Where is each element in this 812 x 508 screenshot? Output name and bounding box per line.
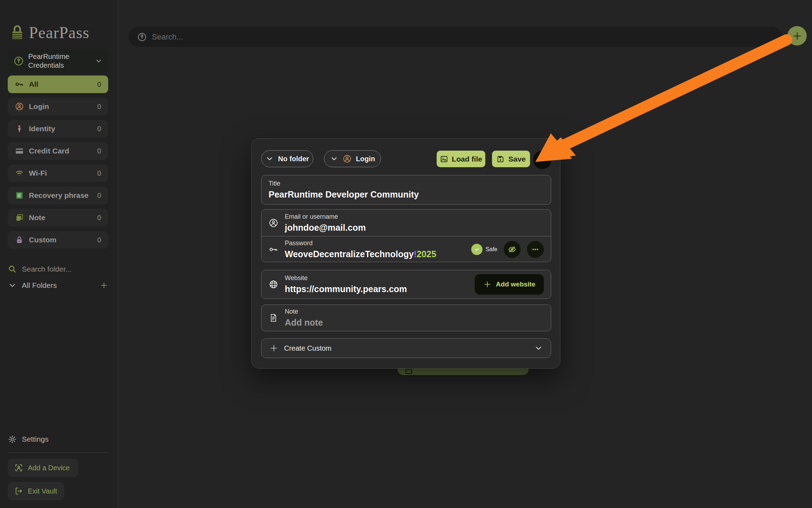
title-field[interactable]: Title PearRuntime Developer Community — [261, 175, 551, 205]
sidebar-item-wifi[interactable]: Wi-Fi 0 — [8, 164, 108, 182]
sidebar-item-label: Login — [29, 102, 92, 111]
sidebar-item-label: Recovery phrase — [29, 191, 92, 200]
email-field-value: johndoe@mail.com — [285, 223, 544, 233]
password-field-label: Password — [285, 240, 465, 247]
sidebar: PearPass PearRuntime Credentials — [0, 0, 118, 508]
plus-icon — [792, 31, 802, 41]
image-icon — [440, 155, 448, 163]
password-safe-badge: Safe — [471, 244, 497, 255]
credentials-group: Email or username johndoe@mail.com Passw… — [261, 209, 551, 262]
app-logo: PearPass — [10, 23, 90, 42]
email-field[interactable]: Email or username johndoe@mail.com — [262, 210, 551, 236]
sidebar-item-label: All — [29, 80, 92, 89]
lock-icon — [10, 24, 25, 42]
item-count: 0 — [97, 192, 101, 200]
global-search[interactable] — [129, 27, 782, 47]
add-entry-button[interactable] — [787, 26, 807, 46]
document-icon — [269, 313, 278, 323]
chevron-down-icon — [95, 57, 103, 65]
type-dropdown-label: Login — [356, 155, 375, 163]
add-device-button[interactable]: Add a Device — [8, 459, 78, 477]
plus-icon — [483, 280, 492, 289]
item-count: 0 — [97, 80, 101, 89]
sidebar-item-login[interactable]: Login 0 — [8, 98, 108, 115]
wifi-icon — [15, 169, 24, 178]
search-input[interactable] — [152, 32, 774, 42]
item-count: 0 — [97, 103, 101, 111]
folder-dropdown[interactable]: No folder — [261, 150, 313, 167]
padlock-icon — [15, 235, 24, 244]
plus-icon[interactable] — [100, 281, 108, 290]
credential-editor-dialog: No folder Login — [251, 138, 560, 369]
globe-icon — [269, 279, 278, 289]
password-field[interactable]: Password WeoveDecentralizeTechnology!202… — [262, 236, 551, 262]
note-field[interactable]: Note Add note — [261, 304, 551, 331]
password-field-value: WeoveDecentralizeTechnology!2025 — [285, 249, 465, 259]
add-device-label: Add a Device — [28, 464, 70, 472]
note-field-label: Note — [285, 308, 544, 315]
sidebar-item-label: Wi-Fi — [29, 169, 92, 177]
safe-label: Safe — [486, 246, 497, 253]
sidebar-item-note[interactable]: Note 0 — [8, 209, 108, 226]
item-count: 0 — [97, 214, 101, 222]
key-circle-icon — [137, 32, 147, 42]
credit-card-icon — [15, 146, 24, 156]
sidebar-item-label: Note — [29, 213, 92, 222]
website-field-label: Website — [285, 274, 468, 282]
sidebar-item-all[interactable]: All 0 — [8, 75, 108, 93]
exit-vault-button[interactable]: Exit Vault — [8, 482, 64, 500]
create-custom-label: Create Custom — [284, 344, 332, 352]
create-custom-expander[interactable]: Create Custom — [261, 338, 551, 358]
chevron-down-icon — [534, 344, 543, 353]
sidebar-item-recovery-phrase[interactable]: Recovery phrase 0 — [8, 187, 108, 204]
password-more-options-button[interactable] — [527, 241, 544, 258]
person-circle-icon — [343, 154, 352, 163]
website-field[interactable]: Website https://community.pears.com Add … — [261, 270, 551, 299]
app-title: PearPass — [29, 23, 90, 42]
chevron-down-icon — [8, 281, 17, 290]
list-square-icon — [15, 191, 24, 200]
all-folders-row[interactable]: All Folders — [8, 281, 108, 290]
vault-selector[interactable]: PearRuntime Credentials — [8, 49, 108, 73]
sidebar-item-identity[interactable]: Identity 0 — [8, 120, 108, 138]
settings-button[interactable]: Settings — [8, 435, 49, 444]
search-icon — [8, 265, 17, 274]
website-field-value: https://community.pears.com — [285, 284, 468, 294]
title-field-label: Title — [269, 180, 544, 187]
device-person-icon — [14, 463, 23, 472]
sidebar-item-label: Identity — [29, 125, 92, 133]
save-icon — [496, 155, 505, 163]
obscured-button-icon — [405, 369, 412, 374]
item-count: 0 — [97, 169, 101, 177]
eye-off-icon — [508, 245, 517, 254]
key-icon — [15, 80, 24, 89]
key-circle-icon — [13, 56, 24, 66]
add-website-button[interactable]: Add website — [475, 274, 544, 295]
check-icon — [471, 244, 482, 255]
email-field-label: Email or username — [285, 213, 544, 220]
title-field-value: PearRuntime Developer Community — [269, 189, 544, 200]
chevron-down-icon — [265, 155, 274, 163]
person-circle-icon — [269, 218, 278, 228]
load-file-button[interactable]: Load file — [437, 151, 485, 167]
sidebar-divider — [8, 452, 108, 453]
folder-search[interactable]: Search folder... — [8, 265, 72, 274]
plus-icon — [269, 344, 278, 353]
settings-label: Settings — [22, 435, 49, 443]
type-dropdown[interactable]: Login — [324, 150, 381, 167]
item-count: 0 — [97, 236, 101, 244]
sidebar-item-label: Custom — [29, 236, 92, 244]
save-button[interactable]: Save — [492, 151, 530, 167]
ellipsis-icon — [531, 245, 540, 254]
folder-search-placeholder: Search folder... — [22, 265, 72, 273]
sidebar-item-credit-card[interactable]: Credit Card 0 — [8, 142, 108, 160]
exit-icon — [14, 486, 23, 496]
vault-name: PearRuntime Credentials — [28, 52, 91, 70]
sidebar-item-custom[interactable]: Custom 0 — [8, 231, 108, 249]
close-button[interactable] — [533, 151, 552, 169]
key-icon — [269, 244, 278, 254]
item-count: 0 — [97, 147, 101, 155]
password-symbol: ! — [414, 249, 417, 259]
item-count: 0 — [97, 125, 101, 133]
toggle-password-visibility-button[interactable] — [504, 241, 521, 258]
